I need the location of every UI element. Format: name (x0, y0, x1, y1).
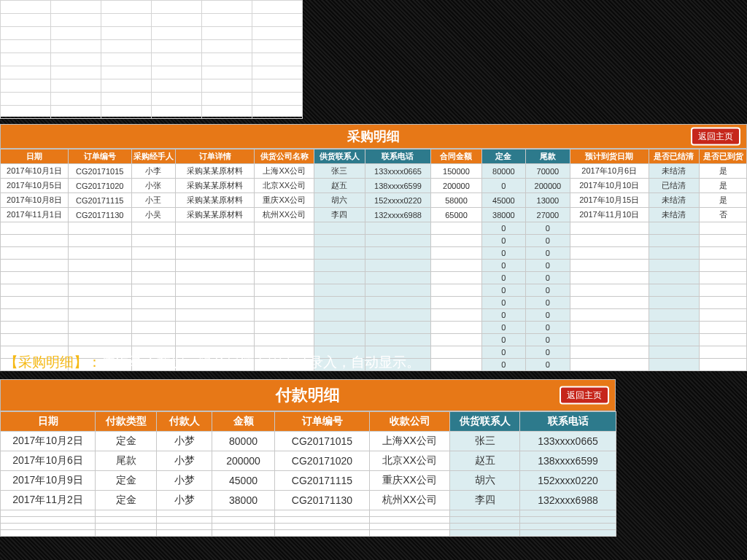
return-home-button[interactable]: 返回主页 (691, 128, 740, 146)
table-row: 2017年10月8日CG20171115小王采购某某原材料重庆XX公司胡六152… (1, 193, 747, 208)
table-row: 00 (1, 284, 747, 297)
payment-col-header: 付款人 (157, 412, 212, 432)
table-row: 00 (1, 297, 747, 309)
table-row: 2017年10月2日定金小梦80000CG20171015上海XX公司张三133… (1, 432, 616, 451)
caption-colon: ： (88, 354, 101, 370)
purchase-table: 日期订单编号采购经手人订单详情供货公司名称供货联系人联系电话合同金额定金尾款预计… (0, 149, 747, 371)
purchase-col-header: 日期 (1, 149, 69, 164)
table-row (1, 517, 616, 524)
table-row (1, 510, 616, 517)
payment-title: 付款明细 (276, 386, 340, 404)
purchase-col-header: 合同金额 (431, 149, 481, 164)
table-row: 00 (1, 334, 747, 346)
purchase-col-header: 是否已结清 (649, 149, 699, 164)
purchase-col-header: 订单编号 (69, 149, 132, 164)
purchase-col-header: 供货联系人 (314, 149, 365, 164)
payment-table: 日期付款类型付款人金额订单编号收款公司供货联系人联系电话 2017年10月2日定… (0, 411, 616, 537)
return-home-button[interactable]: 返回主页 (560, 386, 609, 405)
table-row: 00 (1, 222, 747, 235)
purchase-col-header: 订单详情 (176, 149, 255, 164)
purchase-title-bar: 采购明细 返回主页 (0, 124, 747, 149)
purchase-caption: 【采购明细】：依次录入数据，绿色底纹无需手动录入，自动显示。 (4, 353, 420, 372)
table-row (1, 530, 616, 537)
payment-panel: 付款明细 返回主页 日期付款类型付款人金额订单编号收款公司供货联系人联系电话 2… (0, 379, 616, 537)
purchase-col-header: 采购经手人 (131, 149, 176, 164)
purchase-panel: 采购明细 返回主页 日期订单编号采购经手人订单详情供货公司名称供货联系人联系电话… (0, 124, 747, 371)
caption-tag: 【采购明细】 (4, 354, 88, 370)
purchase-col-header: 是否已到货 (700, 149, 747, 164)
table-row: 00 (1, 322, 747, 334)
purchase-col-header: 尾款 (526, 149, 570, 164)
caption-text: 依次录入数据，绿色底纹无需手动录入，自动显示。 (101, 354, 420, 370)
payment-col-header: 日期 (1, 412, 96, 432)
table-row: 00 (1, 260, 747, 272)
table-row: 00 (1, 309, 747, 322)
payment-col-header: 订单编号 (275, 412, 370, 432)
table-row: 2017年11月1日CG20171130小吴采购某某原材料杭州XX公司李四132… (1, 208, 747, 222)
table-row: 00 (1, 272, 747, 284)
payment-col-header: 金额 (212, 412, 275, 432)
purchase-col-header: 供货公司名称 (255, 149, 314, 164)
table-row: 2017年10月1日CG20171015小李采购某某原材料上海XX公司张三133… (1, 164, 747, 179)
payment-col-header: 供货联系人 (450, 412, 520, 432)
table-row: 00 (1, 235, 747, 247)
table-row (1, 524, 616, 530)
purchase-col-header: 定金 (481, 149, 526, 164)
payment-col-header: 收款公司 (370, 412, 450, 432)
top-empty-grid (0, 0, 303, 117)
payment-title-bar: 付款明细 返回主页 (0, 379, 616, 411)
payment-col-header: 联系电话 (520, 412, 616, 432)
purchase-title: 采购明细 (347, 129, 400, 144)
table-row: 2017年11月2日定金小梦38000CG20171130杭州XX公司李四132… (1, 491, 616, 510)
table-row: 2017年10月6日尾款小梦200000CG20171020北京XX公司赵五13… (1, 451, 616, 471)
table-row: 00 (1, 247, 747, 260)
payment-col-header: 付款类型 (96, 412, 157, 432)
purchase-col-header: 联系电话 (365, 149, 431, 164)
table-row: 2017年10月9日定金小梦45000CG20171115重庆XX公司胡六152… (1, 471, 616, 491)
purchase-col-header: 预计到货日期 (570, 149, 649, 164)
table-row: 2017年10月5日CG20171020小张采购某某原材料北京XX公司赵五138… (1, 179, 747, 193)
